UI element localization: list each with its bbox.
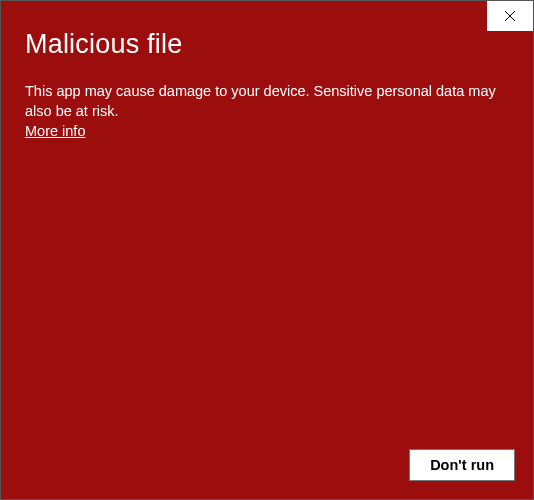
button-bar: Don't run xyxy=(409,449,515,481)
dont-run-button[interactable]: Don't run xyxy=(409,449,515,481)
dialog-content: Malicious file This app may cause damage… xyxy=(1,1,533,164)
more-info-link[interactable]: More info xyxy=(25,123,85,139)
dialog-title: Malicious file xyxy=(25,29,509,60)
close-button[interactable] xyxy=(487,1,533,31)
close-icon xyxy=(504,10,516,22)
dialog-message: This app may cause damage to your device… xyxy=(25,82,509,121)
smartscreen-dialog: Malicious file This app may cause damage… xyxy=(0,0,534,500)
